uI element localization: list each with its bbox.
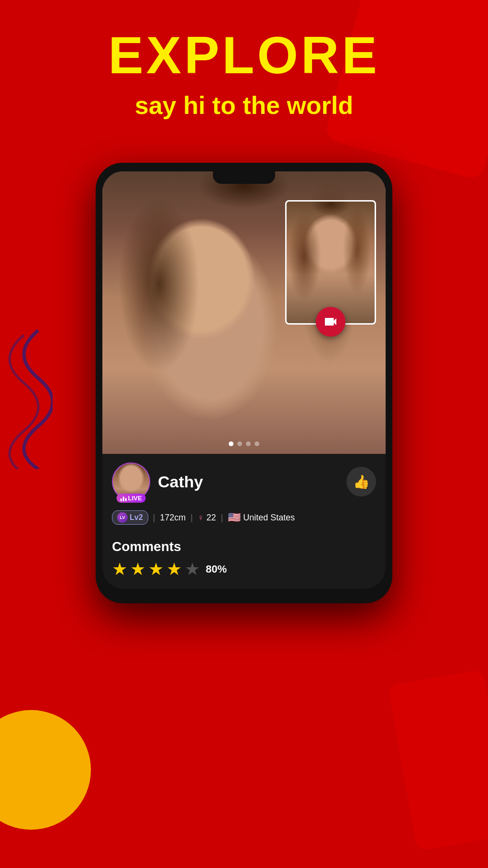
- bg-squiggle-left: [0, 326, 53, 469]
- bar-2: [123, 496, 124, 501]
- country-text: United States: [243, 513, 295, 523]
- flag-icon: 🇺🇸: [228, 511, 241, 524]
- page-subtitle: say hi to the world: [0, 91, 488, 120]
- profile-name: Cathy: [158, 473, 203, 491]
- star-1: ★: [112, 559, 127, 579]
- gender-info: ♀ 22: [198, 513, 216, 523]
- camera-button[interactable]: [316, 307, 345, 337]
- star-3: ★: [148, 559, 164, 579]
- carousel-dots: [229, 441, 259, 446]
- dot-4[interactable]: [255, 441, 259, 446]
- separator-3: |: [221, 513, 223, 523]
- dot-3[interactable]: [246, 441, 251, 446]
- rating-percent: 80%: [206, 563, 227, 575]
- phone-container: LIVE Cathy 👍 LV Lv2 | 172cm: [96, 163, 392, 603]
- separator-2: |: [190, 513, 193, 523]
- phone-notch: [213, 171, 275, 184]
- video-area[interactable]: [102, 171, 386, 454]
- thumbs-up-icon: 👍: [353, 474, 370, 490]
- separator-1: |: [153, 513, 155, 523]
- live-bars-icon: [121, 496, 127, 501]
- thumbnail-overlay: [285, 200, 376, 325]
- stars-row: ★ ★ ★ ★ ★ 80%: [112, 559, 376, 579]
- avatar-wrap: LIVE: [112, 462, 150, 501]
- star-5: ★: [185, 559, 200, 579]
- live-text: LIVE: [128, 495, 142, 502]
- lv-label: LV: [120, 515, 125, 520]
- level-badge: LV Lv2: [112, 510, 148, 525]
- phone-screen: LIVE Cathy 👍 LV Lv2 | 172cm: [102, 171, 386, 589]
- page-title: EXPLORE: [0, 29, 488, 81]
- profile-left: LIVE Cathy: [112, 462, 203, 501]
- thumb-hair: [287, 202, 375, 323]
- bar-3: [125, 498, 127, 501]
- bg-shape-bottom-right: [388, 669, 488, 851]
- level-text: Lv2: [130, 513, 143, 522]
- age-text: 22: [206, 513, 216, 523]
- level-icon: LV: [117, 512, 128, 523]
- info-row: LV Lv2 | 172cm | ♀ 22 | 🇺🇸 United States: [102, 507, 386, 532]
- star-4: ★: [166, 559, 182, 579]
- dot-2[interactable]: [237, 441, 242, 446]
- height-info: 172cm: [160, 513, 186, 523]
- country-info: 🇺🇸 United States: [228, 511, 295, 524]
- comments-title: Comments: [112, 539, 376, 554]
- camera-icon: [323, 314, 338, 329]
- star-2: ★: [130, 559, 145, 579]
- female-icon: ♀: [198, 513, 204, 523]
- comments-section: Comments ★ ★ ★ ★ ★ 80%: [102, 532, 386, 589]
- phone-frame: LIVE Cathy 👍 LV Lv2 | 172cm: [96, 163, 392, 603]
- dot-1[interactable]: [229, 441, 233, 446]
- profile-section: LIVE Cathy 👍: [102, 454, 386, 507]
- like-button[interactable]: 👍: [346, 467, 376, 496]
- live-badge: LIVE: [117, 494, 146, 503]
- header: EXPLORE say hi to the world: [0, 29, 488, 120]
- bar-1: [121, 498, 122, 501]
- bg-blob-bottom-left: [0, 710, 91, 830]
